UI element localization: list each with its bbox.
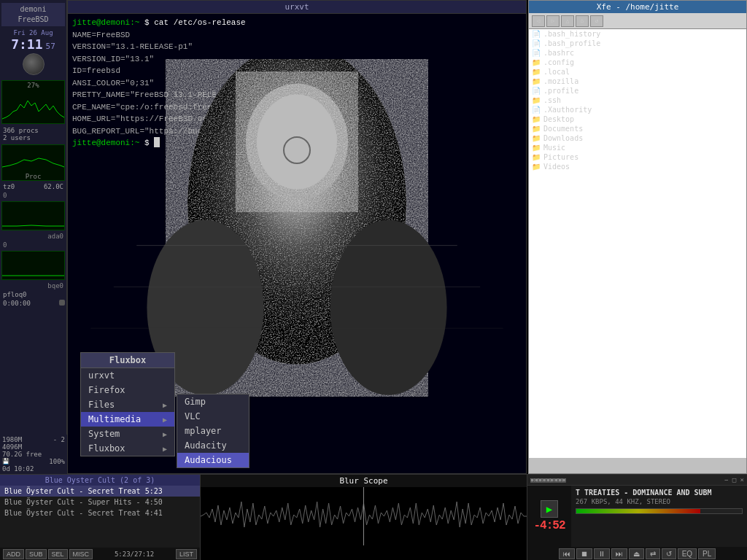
day-label: Fri 26 Aug xyxy=(3,29,63,36)
xfe-file-desktop[interactable]: 📁Desktop xyxy=(529,114,746,124)
xfe-file-list[interactable]: 📄.bash_history 📄.bash_profile 📄.bashrc 📁… xyxy=(529,29,746,458)
submenu-item-audacious[interactable]: Audacious xyxy=(177,453,249,467)
playlist-item-2[interactable]: Blue Öyster Cult - Super Hits - 4:50 xyxy=(0,497,200,508)
audacious-panel: ▣▣▣▣▣▣▣▣▣ − □ × ▶ -4:52 T TREATIES - DOM… xyxy=(527,475,747,560)
playlist-item-3[interactable]: Blue Öyster Cult - Secret Treat 4:41 xyxy=(0,508,200,518)
menu-label-system: System xyxy=(88,429,120,439)
mem-used-unit: - 2 xyxy=(53,436,65,443)
submenu-item-vlc[interactable]: VLC xyxy=(177,409,249,424)
aud-eject-btn[interactable]: ⏏ xyxy=(629,548,644,559)
xfe-file-bashrc[interactable]: 📄.bashrc xyxy=(529,48,746,58)
user-info: demoni FreeBSD xyxy=(1,3,65,26)
xfe-file-config[interactable]: 📁.config xyxy=(529,58,746,67)
submenu-item-gimp[interactable]: Gimp xyxy=(177,394,249,409)
aud-eq-btn[interactable]: EQ xyxy=(678,548,697,559)
playlist-item-1[interactable]: Blue Öyster Cult - Secret Treat 5:23 xyxy=(0,486,200,497)
fluxbox-submenu-arrow: ▶ xyxy=(163,445,167,453)
xfe-file-videos[interactable]: 📁Videos xyxy=(529,162,746,171)
terminal-prompt1: jitte@demoni:~ xyxy=(72,18,139,27)
aud-prev-btn[interactable]: ⏮ xyxy=(559,548,575,559)
multimedia-submenu[interactable]: Gimp VLC mplayer Audacity Audacious xyxy=(177,394,249,468)
aud-volume-bar[interactable] xyxy=(576,508,743,514)
seconds-display: 57 xyxy=(46,42,55,51)
procs-count: 366 procs xyxy=(3,127,63,134)
aud-time-display: -4:52 xyxy=(533,519,565,532)
aud-controls[interactable]: ⏮ ⏹ ⏸ ⏭ ⏏ ⇄ ↺ EQ PL xyxy=(527,547,747,560)
playlist-list-btn[interactable]: LIST xyxy=(176,549,197,559)
aud-shuffle-btn[interactable]: ⇄ xyxy=(646,548,660,559)
playlist-items[interactable]: Blue Öyster Cult - Secret Treat 5:23 Blu… xyxy=(0,486,200,548)
net-label: pfloq0 xyxy=(3,291,27,298)
disk-graph-ada0-svg xyxy=(2,202,64,228)
blur-scope-panel: Blur Scope xyxy=(201,475,527,560)
terminal-line-1: NAME=FreeBSD xyxy=(72,31,130,39)
fluxbox-menu[interactable]: Fluxbox urxvt Firefox Files ▶ Multimedia… xyxy=(80,352,175,456)
submenu-item-audacity[interactable]: Audacity xyxy=(177,438,249,453)
menu-item-multimedia[interactable]: Multimedia ▶ xyxy=(81,412,174,427)
menu-item-firefox[interactable]: Firefox xyxy=(81,383,174,397)
mem-icon: 💾 xyxy=(2,458,9,465)
xfe-file-downloads[interactable]: 📁Downloads xyxy=(529,133,746,143)
submenu-item-mplayer[interactable]: mplayer xyxy=(177,424,249,438)
playlist-add-btn[interactable]: ADD xyxy=(3,549,24,559)
terminal-line-2: VERSION="13.1-RELEASE-p1" xyxy=(72,42,193,51)
terminal-content[interactable]: jitte@demoni:~ $ cat /etc/os-release NAM… xyxy=(68,14,526,152)
cpu-label: CPU xyxy=(2,122,64,124)
playlist-sub-btn[interactable]: SUB xyxy=(26,549,47,559)
multimedia-submenu-arrow: ▶ xyxy=(163,416,167,424)
proc-graph-container: Proc xyxy=(1,144,65,181)
playlist-controls[interactable]: ADD SUB SEL MISC 5:23/27:12 LIST xyxy=(0,548,200,560)
aud-play-button[interactable]: ▶ xyxy=(541,500,558,518)
xfe-file-documents[interactable]: 📁Documents xyxy=(529,124,746,133)
xfe-home-btn[interactable]: ⌂ xyxy=(576,15,589,27)
xfe-file-bash-hist[interactable]: 📄.bash_history xyxy=(529,29,746,39)
xfe-up-btn[interactable]: △ xyxy=(561,15,574,27)
proc-stats: 366 procs 2 users xyxy=(1,126,65,142)
xfe-file-ssh[interactable]: 📁.ssh xyxy=(529,96,746,105)
menu-item-system[interactable]: System ▶ xyxy=(81,427,174,441)
aud-pl-btn[interactable]: PL xyxy=(698,548,716,559)
xfe-fwd-btn[interactable]: ▷ xyxy=(546,15,560,27)
aud-main: ▶ -4:52 T TREATIES - DOMINANCE AND SUBM … xyxy=(527,486,747,547)
xfe-file-profile[interactable]: 📄.profile xyxy=(529,86,746,96)
aud-track-name: T TREATIES - DOMINANCE AND SUBM xyxy=(576,489,743,497)
menu-item-urxvt[interactable]: urxvt xyxy=(81,368,174,383)
mem-row1: 1980M - 2 xyxy=(2,436,65,443)
submenu-label-mplayer: mplayer xyxy=(185,426,222,436)
xfe-toolbar[interactable]: ◁ ▷ △ ⌂ ↺ xyxy=(529,13,746,29)
playlist-time: 5:23/27:12 xyxy=(94,551,174,558)
terminal-line-8: HOME_URL="https://FreeBSD.org/" xyxy=(72,114,222,123)
xfe-back-btn[interactable]: ◁ xyxy=(532,15,545,27)
menu-item-fluxbox[interactable]: Fluxbox ▶ xyxy=(81,441,174,456)
clock-widget: Fri 26 Aug 7:11 57 xyxy=(1,28,65,78)
menu-item-files[interactable]: Files ▶ xyxy=(81,397,174,412)
xfe-file-mozilla[interactable]: 📁.mozilla xyxy=(529,77,746,86)
xfe-refresh-btn[interactable]: ↺ xyxy=(590,15,603,27)
moon-icon xyxy=(23,53,44,75)
playlist-sel-btn[interactable]: SEL xyxy=(48,549,68,559)
tz-val: 0 xyxy=(1,192,65,199)
mem-used-label: 1980M xyxy=(2,436,22,443)
proc-label: Proc xyxy=(2,173,64,180)
xfe-file-bash-prof[interactable]: 📄.bash_profile xyxy=(529,39,746,48)
cpu-graph-container: 27% CPU xyxy=(1,80,65,124)
xfe-file-xauth[interactable]: 📄.Xauthority xyxy=(529,105,746,114)
sidebar: demoni FreeBSD Fri 26 Aug 7:11 57 27% CP… xyxy=(0,0,67,472)
disk-graph-ada0 xyxy=(1,201,65,230)
playlist-misc-btn[interactable]: MISC xyxy=(69,549,93,559)
aud-pause-btn[interactable]: ⏸ xyxy=(594,548,610,559)
os-name: FreeBSD xyxy=(18,15,48,23)
xfe-file-local[interactable]: 📁.local xyxy=(529,67,746,77)
users-count: 2 users xyxy=(3,134,63,141)
time-display: 7:11 xyxy=(11,36,42,52)
tz-label: tz0 xyxy=(3,183,15,190)
aud-repeat-btn[interactable]: ↺ xyxy=(662,548,676,559)
terminal-cmd1: $ cat /etc/os-release xyxy=(144,18,246,27)
aud-stop-btn[interactable]: ⏹ xyxy=(576,548,592,559)
playlist-item-2-label: Blue Öyster Cult - Super Hits - 4:50 xyxy=(4,498,163,506)
xfe-file-pictures[interactable]: 📁Pictures xyxy=(529,152,746,162)
xfe-file-music[interactable]: 📁Music xyxy=(529,143,746,152)
terminal-cmd2: $ xyxy=(144,139,154,147)
mem-pct: 100% xyxy=(49,458,65,465)
aud-next-btn[interactable]: ⏭ xyxy=(611,548,627,559)
